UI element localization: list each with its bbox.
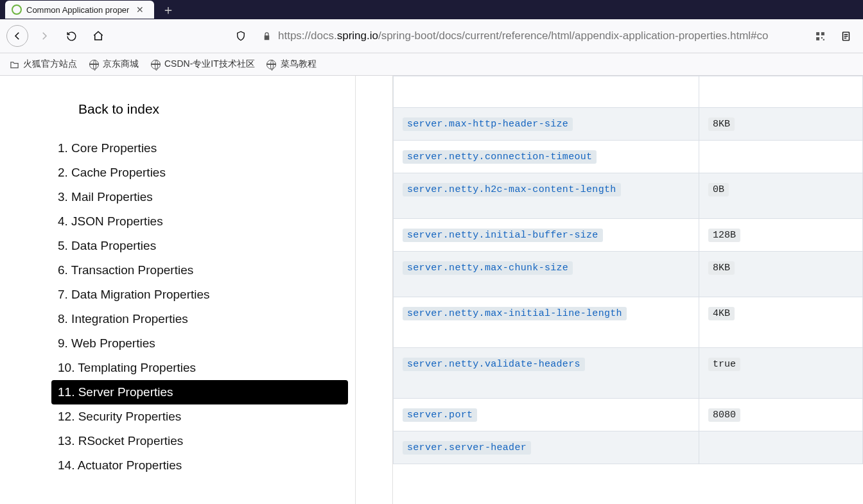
property-value: 0B	[708, 183, 729, 196]
toc-item[interactable]: 9. Web Properties	[51, 331, 355, 356]
toc-item[interactable]: 4. JSON Properties	[51, 209, 355, 234]
reload-button[interactable]	[60, 25, 82, 47]
property-key-cell: server.max-http-header-size	[394, 108, 699, 141]
property-key-cell: server.netty.max-initial-line-length	[394, 297, 699, 348]
property-value: 4KB	[708, 307, 735, 320]
navigation-bar: https://docs.spring.io/spring-boot/docs/…	[0, 19, 863, 53]
globe-icon	[89, 59, 99, 69]
property-key-cell: server.port	[394, 399, 699, 431]
property-key-cell: server.netty.initial-buffer-size	[394, 219, 699, 252]
table-row: server.server-header	[394, 431, 863, 464]
table-row: server.netty.validate-headerstrue	[394, 348, 863, 399]
toc-item[interactable]: 11. Server Properties	[51, 380, 348, 404]
property-key-cell: server.server-header	[394, 431, 699, 464]
new-tab-button[interactable]: ＋	[159, 1, 177, 19]
url-bar[interactable]: https://docs.spring.io/spring-boot/docs/…	[256, 25, 805, 47]
table-row: server.netty.connection-timeout	[394, 141, 863, 173]
property-value: 8KB	[708, 261, 735, 275]
properties-table: server.max-http-header-size8KBserver.net…	[393, 76, 863, 464]
svg-rect-0	[816, 32, 819, 35]
table-row: server.netty.initial-buffer-size128B	[394, 219, 863, 252]
back-button[interactable]	[6, 25, 28, 47]
property-key[interactable]: server.netty.initial-buffer-size	[403, 229, 603, 242]
property-key[interactable]: server.port	[403, 408, 477, 422]
bookmark-label: 京东商城	[103, 58, 139, 70]
gap-column	[356, 76, 393, 504]
bookmark-item[interactable]: 菜鸟教程	[266, 58, 317, 70]
property-value: 8080	[708, 408, 740, 422]
table-row: server.max-http-header-size8KB	[394, 108, 863, 141]
toc-item[interactable]: 8. Integration Properties	[51, 307, 355, 331]
bookmark-item[interactable]: 京东商城	[89, 58, 139, 70]
property-value-cell: 4KB	[699, 297, 863, 348]
toc-item[interactable]: 13. RSocket Properties	[51, 429, 355, 453]
svg-rect-4	[823, 39, 824, 40]
reader-icon[interactable]	[835, 25, 857, 47]
property-key[interactable]: server.max-http-header-size	[403, 117, 573, 131]
bookmark-label: 火狐官方站点	[23, 58, 77, 70]
table-row: server.netty.max-initial-line-length4KB	[394, 297, 863, 348]
bookmark-item[interactable]: 火狐官方站点	[9, 58, 77, 70]
svg-rect-1	[821, 32, 824, 35]
bookmarks-bar: 火狐官方站点京东商城CSDN-专业IT技术社区菜鸟教程	[0, 53, 863, 76]
table-row: server.netty.h2c-max-content-length0B	[394, 173, 863, 219]
property-key-cell	[394, 76, 699, 108]
toc-item[interactable]: 14. Actuator Properties	[51, 453, 355, 478]
property-value-cell: 8KB	[699, 252, 863, 297]
main-content: server.max-http-header-size8KBserver.net…	[393, 76, 863, 504]
svg-rect-3	[821, 37, 822, 38]
lock-icon	[262, 31, 272, 41]
bookmark-item[interactable]: CSDN-专业IT技术社区	[150, 58, 255, 70]
property-value-cell: 0B	[699, 173, 863, 219]
property-value: 8KB	[708, 117, 735, 131]
property-key-cell: server.netty.connection-timeout	[394, 141, 699, 173]
tab-title: Common Application proper	[26, 5, 129, 15]
property-value-cell: 8080	[699, 399, 863, 431]
table-row	[394, 76, 863, 108]
toc-item[interactable]: 1. Core Properties	[51, 136, 355, 161]
shield-icon[interactable]	[230, 25, 252, 47]
toc-item[interactable]: 12. Security Properties	[51, 404, 355, 429]
qr-icon[interactable]	[809, 25, 831, 47]
property-value-cell: true	[699, 348, 863, 399]
toc-item[interactable]: 2. Cache Properties	[51, 161, 355, 185]
toc-list: 1. Core Properties2. Cache Properties3. …	[51, 136, 355, 478]
property-key[interactable]: server.netty.connection-timeout	[403, 150, 597, 164]
property-value: true	[708, 358, 740, 371]
property-value: 128B	[708, 229, 740, 242]
toc-item[interactable]: 7. Data Migration Properties	[51, 282, 355, 307]
property-key[interactable]: server.netty.max-chunk-size	[403, 261, 573, 275]
sidebar: Back to index 1. Core Properties2. Cache…	[0, 76, 356, 504]
svg-rect-2	[816, 37, 819, 40]
globe-icon	[150, 59, 161, 69]
toc-item[interactable]: 10. Templating Properties	[51, 356, 355, 380]
property-key-cell: server.netty.validate-headers	[394, 348, 699, 399]
toc-item[interactable]: 5. Data Properties	[51, 234, 355, 258]
property-key[interactable]: server.netty.h2c-max-content-length	[403, 183, 621, 196]
toc-item[interactable]: 3. Mail Properties	[51, 185, 355, 209]
property-value-cell	[699, 431, 863, 464]
close-icon[interactable]: ✕	[134, 4, 146, 15]
property-key[interactable]: server.netty.validate-headers	[403, 358, 585, 371]
spring-favicon	[12, 4, 22, 15]
property-key-cell: server.netty.max-chunk-size	[394, 252, 699, 297]
folder-icon	[9, 59, 19, 69]
back-to-index-link[interactable]: Back to index	[78, 101, 355, 117]
table-row: server.port8080	[394, 399, 863, 431]
forward-button[interactable]	[33, 25, 55, 47]
property-value-cell: 8KB	[699, 108, 863, 141]
table-row: server.netty.max-chunk-size8KB	[394, 252, 863, 297]
bookmark-label: 菜鸟教程	[281, 58, 317, 70]
property-key-cell: server.netty.h2c-max-content-length	[394, 173, 699, 219]
property-key[interactable]: server.server-header	[403, 441, 531, 455]
browser-tab[interactable]: Common Application proper ✕	[5, 1, 154, 19]
globe-icon	[266, 59, 277, 69]
home-button[interactable]	[87, 25, 109, 47]
property-value-cell: 128B	[699, 219, 863, 252]
bookmark-label: CSDN-专业IT技术社区	[164, 58, 255, 70]
property-value-cell	[699, 76, 863, 108]
url-text: https://docs.spring.io/spring-boot/docs/…	[278, 30, 769, 42]
toc-item[interactable]: 6. Transaction Properties	[51, 258, 355, 282]
property-key[interactable]: server.netty.max-initial-line-length	[403, 307, 627, 320]
tab-strip: Common Application proper ✕ ＋	[0, 0, 863, 19]
